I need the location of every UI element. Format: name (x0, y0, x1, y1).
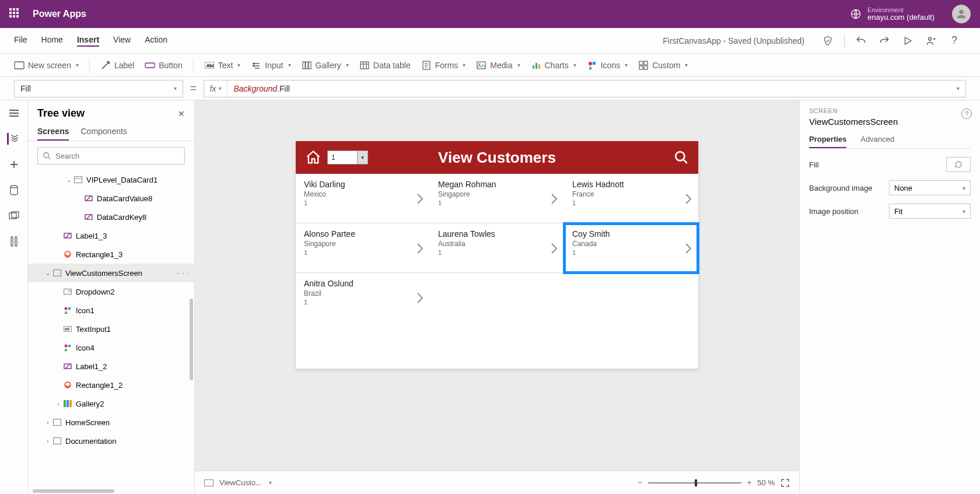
tree-node[interactable]: ablTextInput1 (28, 320, 194, 338)
user-avatar[interactable] (952, 5, 971, 23)
tab-components[interactable]: Components (80, 127, 127, 141)
tree-node[interactable]: Icon1 (28, 301, 194, 320)
tree-node[interactable]: Label1_2 (28, 357, 194, 376)
tools-rail-icon[interactable] (8, 236, 20, 247)
chevron-right-icon[interactable] (416, 192, 424, 205)
customer-item[interactable]: Anitra OslundBrazil1 (296, 273, 430, 323)
fit-screen-icon[interactable] (780, 478, 790, 488)
chevron-right-icon[interactable] (416, 242, 424, 255)
menu-insert[interactable]: Insert (77, 35, 99, 47)
screen-preview[interactable]: 1 ▼ View Customers Viki DarlingMexico1Me… (296, 141, 698, 369)
tree-node[interactable]: ›Documentation (28, 432, 194, 450)
close-icon[interactable]: ✕ (178, 109, 185, 118)
vip-dropdown[interactable]: 1 ▼ (327, 150, 368, 164)
chevron-right-icon[interactable] (550, 192, 558, 205)
help-icon[interactable]: ? (961, 108, 972, 119)
menu-action[interactable]: Action (145, 35, 167, 47)
chevron-down-icon[interactable]: ▾ (269, 479, 272, 486)
tree-node[interactable]: DataCardValue8 (28, 189, 194, 208)
svg-rect-41 (68, 307, 71, 310)
home-icon[interactable] (305, 149, 321, 166)
app-checker-icon[interactable] (820, 33, 836, 49)
twisty-icon[interactable]: › (54, 401, 63, 407)
imgpos-select[interactable]: Fit ▾ (889, 204, 971, 219)
menu-file[interactable]: File (14, 35, 27, 47)
tree-node[interactable]: Rectangle1_2 (28, 376, 194, 394)
chevron-down-icon: ▾ (963, 208, 965, 215)
tree-node[interactable]: ⌄ViewCustomersScreen· · · (28, 264, 194, 282)
tree-node[interactable]: Dropdown2 (28, 282, 194, 301)
zoom-slider[interactable] (648, 482, 741, 484)
environment-picker[interactable]: Environment enayu.com (default) (850, 6, 935, 22)
zoom-out-icon[interactable]: − (638, 478, 642, 487)
svg-rect-5 (145, 63, 155, 68)
tree-node[interactable]: Icon4 (28, 338, 194, 357)
tree-node[interactable]: ›HomeScreen (28, 413, 194, 432)
tree-node[interactable]: ›Gallery2 (28, 394, 194, 413)
undo-icon[interactable] (853, 33, 869, 49)
tree-node[interactable]: ⌄VIPLevel_DataCard1 (28, 170, 194, 189)
twisty-icon[interactable]: › (43, 419, 52, 426)
tree-node[interactable]: DataCardKey8 (28, 208, 194, 226)
tree-node[interactable]: Rectangle1_3 (28, 245, 194, 264)
twisty-icon[interactable]: ⌄ (43, 270, 52, 276)
search-icon[interactable] (674, 150, 689, 165)
customer-item[interactable]: Megan RohmanSingapore1 (430, 174, 564, 223)
data-icon[interactable] (8, 184, 20, 196)
tree-search-input[interactable] (55, 152, 180, 160)
customer-item[interactable]: Laurena TowlesAustralia1 (430, 223, 564, 273)
tree-search[interactable] (37, 147, 185, 164)
charts-menu[interactable]: Charts▾ (531, 60, 576, 71)
chevron-right-icon[interactable] (416, 292, 424, 304)
chevron-right-icon[interactable] (550, 242, 558, 255)
zoom-in-icon[interactable]: + (747, 478, 752, 487)
customer-item[interactable]: Lewis HadnottFrance1 (564, 174, 698, 223)
new-screen-button[interactable]: New screen▾ (14, 60, 79, 71)
twisty-icon[interactable]: ⌄ (64, 177, 74, 183)
text-menu[interactable]: AbcText▾ (204, 60, 241, 71)
svg-marker-22 (589, 66, 592, 69)
media-menu[interactable]: Media▾ (476, 60, 520, 71)
bgimage-select[interactable]: None ▾ (889, 180, 971, 195)
custom-menu[interactable]: Custom▾ (638, 60, 688, 71)
tab-screens[interactable]: Screens (37, 127, 69, 141)
tree-view-icon[interactable] (7, 133, 19, 145)
zoom-value: 50 % (757, 478, 775, 487)
tab-properties[interactable]: Properties (809, 135, 846, 148)
more-icon[interactable]: · · · (177, 269, 190, 277)
input-menu[interactable]: Input▾ (251, 60, 290, 71)
icons-menu[interactable]: Icons▾ (587, 60, 628, 71)
customer-item[interactable]: Alonso ParteeSingapore1 (296, 223, 430, 273)
expand-formula-icon[interactable]: ▾ (951, 85, 965, 92)
tree-node[interactable]: Label1_3 (28, 226, 194, 245)
share-icon[interactable] (923, 33, 939, 49)
menu-home[interactable]: Home (41, 35, 63, 47)
formula-input[interactable]: fx▾ Background.Fill ▾ (204, 80, 966, 97)
waffle-icon[interactable] (9, 8, 21, 20)
redo-icon[interactable] (876, 33, 892, 49)
fill-color-picker[interactable] (946, 157, 971, 172)
scrollbar-thumb[interactable] (190, 299, 193, 380)
data-table-button[interactable]: Data table (359, 60, 411, 71)
play-icon[interactable] (900, 33, 916, 49)
forms-menu[interactable]: Forms▾ (421, 60, 466, 71)
screen-breadcrumb[interactable]: ViewCusto... (219, 478, 262, 487)
gallery-menu[interactable]: Gallery▾ (302, 60, 349, 71)
tab-advanced[interactable]: Advanced (860, 135, 894, 148)
media-rail-icon[interactable] (8, 210, 20, 222)
chevron-right-icon[interactable] (684, 192, 692, 205)
menu-view[interactable]: View (113, 35, 131, 47)
twisty-icon[interactable]: › (43, 438, 52, 444)
insert-icon[interactable] (8, 159, 20, 170)
button-button[interactable]: Button (145, 60, 182, 71)
chevron-right-icon[interactable] (684, 242, 692, 255)
customer-item[interactable]: Viki DarlingMexico1 (296, 174, 430, 223)
scrollbar-thumb-h[interactable] (33, 489, 114, 493)
customer-name: Megan Rohman (438, 180, 556, 189)
tree-node-label: Documentation (65, 437, 116, 446)
help-icon[interactable]: ? (946, 33, 963, 49)
hamburger-icon[interactable] (8, 107, 20, 119)
customer-item[interactable]: Coy SmithCanada1 (564, 223, 698, 273)
property-selector[interactable]: Fill ▾ (14, 80, 183, 97)
label-button[interactable]: Label (100, 60, 134, 71)
